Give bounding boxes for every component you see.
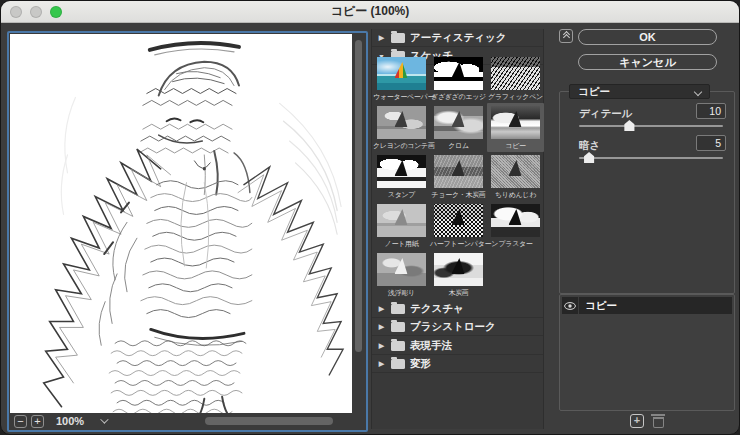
thumbnail-image — [434, 204, 483, 237]
folder-icon — [391, 304, 405, 314]
thumbnail-label: 木炭画 — [430, 288, 487, 298]
filter-thumbnail-chrome[interactable]: クロム — [430, 103, 487, 152]
delete-effect-layer-button trash-icon[interactable] — [653, 417, 664, 428]
disclosure-triangle-icon[interactable]: ▶ — [377, 34, 386, 42]
filter-thumbnail-chalk-charcoal[interactable]: チョーク・木炭画 — [430, 152, 487, 201]
thumbnail-label: グラフィックペン — [487, 92, 544, 102]
filter-select-dropdown[interactable]: コピー — [569, 84, 710, 99]
filter-thumbnail-stamp[interactable]: スタンプ — [373, 152, 430, 201]
sailboat-icon — [451, 62, 464, 78]
effect-layer-list: コピー — [559, 294, 735, 411]
zoom-level-chevron-down-icon[interactable] — [100, 415, 108, 423]
filter-select-value: コピー — [578, 85, 610, 99]
disclosure-triangle-icon[interactable]: ▶ — [377, 342, 386, 350]
filter-thumbnail-note-paper[interactable]: ノート用紙 — [373, 201, 430, 250]
filter-thumbnail-plaster[interactable]: プラスター — [487, 201, 544, 250]
thumbnail-label: ぎざぎざのエッジ — [430, 92, 487, 102]
thumbnail-image — [434, 106, 483, 139]
thumbnail-image — [377, 57, 426, 90]
thumbnail-label: 浅浮彫り — [373, 288, 430, 298]
folder-label: 表現手法 — [410, 339, 452, 353]
filter-thumbnail-torn-edges[interactable]: ぎざぎざのエッジ — [430, 54, 487, 103]
effect-layer-row[interactable]: コピー — [562, 297, 732, 314]
window-title: コピー (100%) — [331, 3, 410, 20]
detail-slider-track[interactable] — [579, 125, 723, 127]
close-window-button[interactable] — [10, 6, 22, 18]
thumbnail-image — [377, 204, 426, 237]
zoom-out-button[interactable]: − — [14, 415, 27, 428]
preview-horizontal-scrollbar-thumb[interactable] — [205, 417, 333, 425]
thumbnail-label: クレヨンのコンテ画 — [373, 141, 430, 151]
filter-thumbnail-charcoal[interactable]: 木炭画 — [430, 250, 487, 299]
filter-settings-group — [559, 91, 735, 294]
ok-button[interactable]: OK — [578, 29, 717, 45]
thumbnail-image — [491, 57, 540, 90]
window-controls — [10, 6, 62, 18]
sailboat-icon — [394, 111, 407, 127]
sailboat-icon — [451, 111, 464, 127]
thumbnail-label: プラスター — [487, 239, 544, 249]
detail-value-field[interactable]: 10 — [696, 103, 726, 119]
thumbnail-label: スタンプ — [373, 190, 430, 200]
filter-thumbnail-graphic-pen[interactable]: グラフィックペン — [487, 54, 544, 103]
folder-icon — [391, 322, 405, 332]
filter-thumbnail-water-paper[interactable]: ウォーターペーパー — [373, 54, 430, 103]
new-effect-layer-button[interactable]: + — [630, 414, 644, 428]
preview-pane: − + 100% — [7, 31, 368, 432]
thumbnail-image — [491, 204, 540, 237]
thumbnail-label: クロム — [430, 141, 487, 151]
thumbnail-image — [377, 253, 426, 286]
disclosure-triangle-icon[interactable]: ▶ — [377, 305, 386, 313]
thumbnail-label: チョーク・木炭画 — [430, 190, 487, 200]
filter-gallery-dialog: コピー (100%) — [0, 0, 740, 435]
titlebar[interactable]: コピー (100%) — [1, 1, 739, 23]
settings-panel: OK キャンセル コピー ディテール 10 暗さ 5 コ — [559, 29, 738, 434]
folder-texture[interactable]: ▶ テクスチャ — [372, 301, 543, 318]
sailboat-icon — [451, 160, 464, 176]
visibility-toggle[interactable] — [562, 297, 579, 314]
darkness-slider-track[interactable] — [579, 157, 723, 159]
folder-icon — [391, 33, 405, 43]
filter-thumbnail-conte-crayon[interactable]: クレヨンのコンテ画 — [373, 103, 430, 152]
thumbnail-image — [434, 253, 483, 286]
filter-thumbnail-bas-relief[interactable]: 浅浮彫り — [373, 250, 430, 299]
zoom-window-button[interactable] — [50, 6, 62, 18]
filter-category-list: ▶ アーティスティック ▼ スケッチ ウォーターペーパー ぎざぎざのエッジ グラ… — [371, 29, 544, 429]
folder-icon — [391, 341, 405, 351]
filter-thumbnail-halftone-pattern[interactable]: ハーフトーンパターン — [430, 201, 487, 250]
preview-status-bar: − + 100% — [10, 413, 365, 429]
filter-thumbnail-crepe[interactable]: ちりめんじわ — [487, 152, 544, 201]
cancel-button[interactable]: キャンセル — [578, 54, 717, 70]
sailboat-icon — [508, 209, 521, 225]
eye-icon — [564, 302, 576, 310]
chevron-up-icon — [562, 34, 569, 41]
effect-layer-actions: + — [559, 414, 735, 428]
folder-distort[interactable]: ▶ 変形 — [372, 356, 543, 373]
disclosure-triangle-icon[interactable]: ▶ — [377, 323, 386, 331]
collapse-panel-button[interactable] — [559, 29, 573, 43]
chevron-down-icon — [694, 87, 702, 95]
thumbnail-image — [377, 106, 426, 139]
filter-thumbnail-photocopy-selected[interactable]: コピー — [487, 103, 544, 152]
disclosure-triangle-icon[interactable]: ▶ — [377, 360, 386, 368]
sailboat-icon — [451, 209, 464, 225]
folder-artistic[interactable]: ▶ アーティスティック — [372, 30, 543, 47]
preview-vertical-scrollbar[interactable] — [352, 34, 365, 413]
thumbnail-label: ハーフトーンパターン — [430, 239, 487, 249]
preview-image[interactable] — [10, 34, 352, 413]
thumbnail-label: ちりめんじわ — [487, 190, 544, 200]
folder-stylize[interactable]: ▶ 表現手法 — [372, 338, 543, 355]
zoom-level-value[interactable]: 100% — [56, 415, 84, 427]
thumbnail-label: コピー — [487, 141, 544, 151]
folder-brush-strokes[interactable]: ▶ ブラシストローク — [372, 319, 543, 336]
preview-vertical-scrollbar-thumb[interactable] — [355, 40, 362, 352]
filter-thumbnail-grid: ウォーターペーパー ぎざぎざのエッジ グラフィックペン クレヨンのコンテ画 クロ… — [373, 54, 544, 299]
minimize-window-button[interactable] — [30, 6, 42, 18]
darkness-slider-label: 暗さ — [579, 139, 600, 153]
zoom-in-button[interactable]: + — [31, 415, 44, 428]
sailboat-icon — [508, 160, 521, 176]
darkness-value-field[interactable]: 5 — [696, 135, 726, 151]
sailboat-icon — [394, 62, 407, 78]
sailboat-icon — [394, 258, 407, 274]
thumbnail-image — [434, 57, 483, 90]
